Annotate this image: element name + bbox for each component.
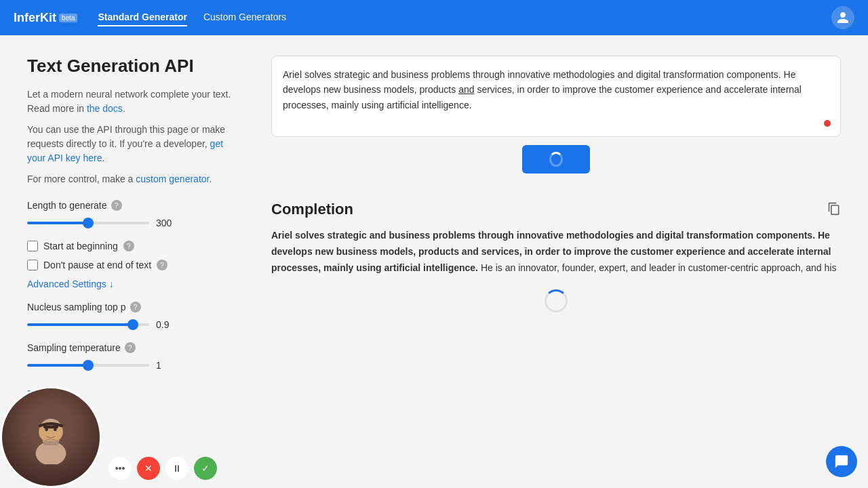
pause-icon: ⏸	[172, 463, 182, 474]
desc1: Let a modern neural network complete you…	[27, 87, 244, 116]
more-icon: •••	[115, 463, 125, 474]
nucleus-label: Nucleus sampling top p ?	[27, 302, 244, 312]
completion-spinner	[545, 289, 568, 312]
header: InferKitbeta Standard Generator Custom G…	[0, 0, 868, 35]
nav-custom-generators[interactable]: Custom Generators	[203, 9, 286, 26]
user-icon	[836, 11, 850, 24]
text-input-area: Ariel solves strategic and business prob…	[271, 56, 841, 137]
completion-loading	[271, 289, 841, 312]
logo: InferKitbeta	[14, 11, 77, 25]
completion-extra: He is an innovator, founder, expert, and…	[478, 262, 836, 273]
temp-value: 1	[156, 360, 176, 371]
header-left: InferKitbeta Standard Generator Custom G…	[14, 9, 286, 26]
logo-text: InferKit	[14, 11, 56, 25]
close-icon: ✕	[144, 463, 153, 474]
dont-pause-help-icon[interactable]: ?	[157, 260, 167, 270]
length-label: Length to generate ?	[27, 200, 244, 211]
nav-standard-generator[interactable]: Standard Generator	[98, 9, 186, 26]
main-layout: Text Generation API Let a modern neural …	[0, 35, 868, 488]
start-beginning-label: Start at beginning	[43, 241, 118, 251]
more-options-button[interactable]: •••	[108, 457, 132, 480]
confirm-button[interactable]: ✓	[194, 457, 217, 480]
nucleus-slider-row: 0.9	[27, 319, 244, 330]
right-panel: Ariel solves strategic and business prob…	[271, 56, 841, 468]
chat-button[interactable]	[826, 446, 857, 477]
nucleus-value: 0.9	[156, 319, 176, 330]
length-slider-row: 300	[27, 218, 244, 228]
webcam-video	[2, 388, 100, 486]
check-icon: ✓	[201, 463, 210, 474]
nucleus-help-icon[interactable]: ?	[130, 302, 141, 312]
completion-text: Ariel solves strategic and business prob…	[271, 228, 841, 276]
copy-icon[interactable]	[827, 202, 841, 218]
generate-btn-wrapper	[271, 145, 841, 187]
text-input[interactable]: Ariel solves strategic and business prob…	[283, 67, 829, 121]
webcam-overlay	[0, 386, 102, 488]
close-button[interactable]: ✕	[137, 457, 160, 480]
svg-rect-5	[43, 425, 58, 428]
dont-pause-label: Don't pause at end of text	[43, 260, 151, 270]
length-slider[interactable]	[27, 222, 149, 224]
red-dot-indicator	[824, 120, 831, 127]
temp-label: Sampling temperature ?	[27, 342, 244, 353]
desc3: For more control, make a custom generato…	[27, 172, 244, 186]
start-beginning-checkbox[interactable]	[27, 241, 38, 251]
chat-icon	[834, 454, 849, 469]
logo-beta: beta	[59, 14, 77, 22]
completion-header: Completion	[271, 201, 841, 218]
generate-spinner	[549, 152, 563, 167]
start-beginning-row: Start at beginning ?	[27, 241, 244, 251]
custom-generator-link[interactable]: custom generator	[136, 174, 209, 184]
temp-slider-row: 1	[27, 360, 244, 371]
temp-help-icon[interactable]: ?	[125, 342, 136, 353]
length-value: 300	[156, 218, 176, 228]
dont-pause-row: Don't pause at end of text ?	[27, 260, 244, 270]
advanced-settings-link[interactable]: Advanced Settings ↓	[27, 279, 114, 289]
pause-button[interactable]: ⏸	[165, 457, 189, 480]
start-beginning-help-icon[interactable]: ?	[123, 241, 134, 251]
nucleus-slider[interactable]	[27, 323, 149, 326]
docs-link[interactable]: the docs	[87, 103, 123, 114]
svg-rect-6	[43, 441, 58, 445]
user-avatar[interactable]	[831, 6, 854, 29]
generate-button[interactable]	[522, 145, 590, 174]
dont-pause-checkbox[interactable]	[27, 260, 38, 270]
bottom-controls: ••• ✕ ⏸ ✓	[108, 457, 217, 480]
temp-slider[interactable]	[27, 364, 149, 367]
nav: Standard Generator Custom Generators	[98, 9, 286, 26]
desc2: You can use the API through this page or…	[27, 123, 244, 165]
controls-panel: Length to generate ? 300 Start at beginn…	[27, 200, 244, 399]
page-title: Text Generation API	[27, 56, 244, 77]
completion-title: Completion	[271, 201, 353, 218]
length-help-icon[interactable]: ?	[111, 200, 122, 211]
face-svg	[24, 410, 78, 464]
